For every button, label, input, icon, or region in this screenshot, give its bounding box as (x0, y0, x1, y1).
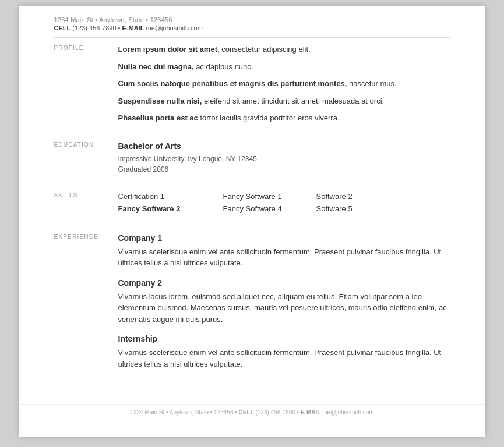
skills-content: Certification 1 Fancy Software 1 Softwar… (118, 191, 450, 216)
profile-para-3-bold: Cum sociis natoque penatibus et magnis d… (118, 79, 347, 88)
skills-row-1: Certification 1 Fancy Software 1 Softwar… (118, 191, 450, 203)
company-1-name: Company 1 (118, 232, 450, 244)
footer-address: 1234 Main St • Anytown, State • 123456 (130, 409, 233, 416)
experience-section: EXPERIENCE Company 1 Vivamus scelerisque… (54, 232, 450, 370)
internship-desc: Vivamus scelerisque enim vel ante sollic… (118, 347, 450, 370)
education-content: Bachelor of Arts Impressive University, … (118, 140, 450, 175)
skills-row-2: Fancy Software 2 Fancy Software 4 Softwa… (118, 203, 450, 215)
job-1: Company 1 Vivamus scelerisque enim vel a… (118, 232, 450, 269)
footer-email-value: me@johnsmith.com (322, 409, 374, 416)
email-value: me@johnsmith.com (146, 24, 202, 31)
company-1-desc: Vivamus scelerisque enim vel ante sollic… (118, 246, 450, 269)
education-label: EDUCATION (54, 140, 118, 175)
profile-para-2-bold: Nulla nec dui magna, (118, 62, 194, 71)
profile-para-2: Nulla nec dui magna, ac dapibus nunc. (118, 61, 450, 73)
experience-label: EXPERIENCE (54, 232, 118, 370)
header-contact: CELL (123) 456-7890 • E-MAIL me@johnsmit… (54, 24, 450, 31)
cell-value: (123) 456-7890 (72, 24, 116, 31)
company-2-desc: Vivamus lacus lorem, euismod sed aliquet… (118, 291, 450, 325)
footer-email-label: E-MAIL (301, 409, 320, 416)
cell-label: CELL (54, 24, 71, 31)
resume-header: 1234 Main St • Anytown, State • 123456 C… (19, 6, 485, 37)
profile-para-3-rest: nascetur mus. (347, 79, 396, 88)
profile-section: PROFILE Lorem ipsum dolor sit amet, cons… (54, 44, 450, 124)
profile-para-4-rest: eleifend sit amet tincidunt sit amet, ma… (202, 97, 384, 105)
profile-para-1: Lorem ipsum dolor sit amet, consectetur … (118, 44, 450, 55)
profile-para-1-bold: Lorem ipsum dolor sit amet, (118, 45, 220, 54)
job-2: Company 2 Vivamus lacus lorem, euismod s… (118, 277, 450, 325)
job-3: Internship Vivamus scelerisque enim vel … (118, 333, 450, 370)
resume-content: PROFILE Lorem ipsum dolor sit amet, cons… (19, 38, 485, 398)
internship-name: Internship (118, 333, 450, 345)
profile-para-5-bold: Phasellus porta est ac (118, 113, 198, 122)
education-degree: Bachelor of Arts (118, 140, 450, 152)
skill-software5: Software 5 (316, 203, 353, 215)
skill-software2: Software 2 (316, 191, 353, 203)
company-2-name: Company 2 (118, 277, 450, 289)
profile-para-4: Suspendisse nulla nisi, eleifend sit ame… (118, 95, 450, 107)
email-label: E-MAIL (122, 24, 144, 31)
skill-fancy-software1: Fancy Software 1 (223, 191, 316, 203)
profile-para-4-bold: Suspendisse nulla nisi, (118, 97, 202, 105)
skill-certification1: Certification 1 (118, 191, 223, 203)
education-section: EDUCATION Bachelor of Arts Impressive Un… (54, 140, 450, 175)
skill-fancy-software4: Fancy Software 4 (223, 203, 316, 215)
footer-cell-label: CELL (239, 409, 254, 416)
experience-content: Company 1 Vivamus scelerisque enim vel a… (118, 232, 450, 370)
education-school: Impressive University, Ivy League, NY 12… (118, 154, 450, 164)
profile-para-5-rest: tortor iaculis gravida porttitor eros vi… (198, 113, 340, 122)
skills-section: SKILLS Certification 1 Fancy Software 1 … (54, 191, 450, 216)
profile-para-5: Phasellus porta est ac tortor iaculis gr… (118, 112, 450, 124)
header-address: 1234 Main St • Anytown, State • 123456 (54, 16, 450, 23)
contact-separator: • (118, 24, 122, 31)
footer-divider (54, 398, 450, 398)
profile-label: PROFILE (54, 44, 118, 124)
education-graduated: Graduated 2006 (118, 164, 450, 175)
profile-content: Lorem ipsum dolor sit amet, consectetur … (118, 44, 450, 124)
profile-para-2-rest: ac dapibus nunc. (194, 62, 253, 71)
profile-para-1-rest: consectetur adipiscing elit. (220, 45, 311, 54)
resume-footer: 1234 Main St • Anytown, State • 123456 •… (19, 404, 485, 420)
skill-fancy-software2: Fancy Software 2 (118, 203, 223, 215)
skills-label: SKILLS (54, 191, 118, 216)
resume-page: 1234 Main St • Anytown, State • 123456 C… (19, 6, 485, 437)
profile-para-3: Cum sociis natoque penatibus et magnis d… (118, 78, 450, 90)
footer-cell-value: (123) 456-7890 (255, 409, 295, 416)
